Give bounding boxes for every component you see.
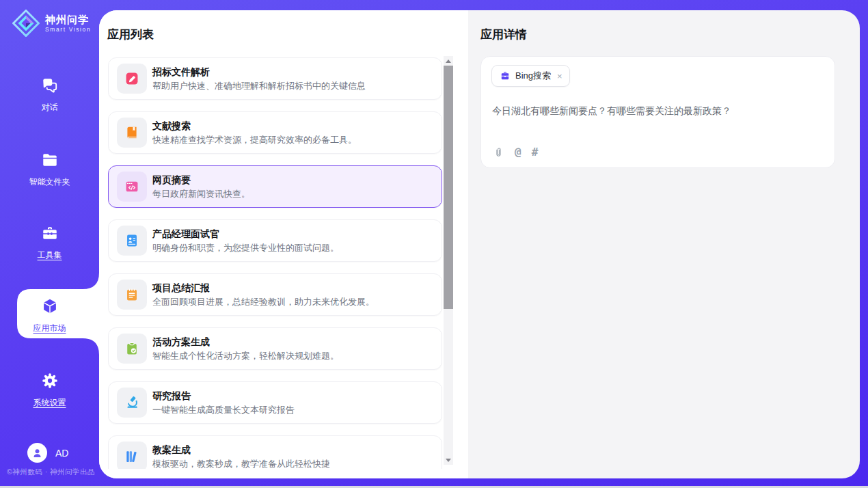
tool-chip[interactable]: Bing搜索 × xyxy=(491,65,570,87)
app-card-desc: 快速精准查找学术资源，提高研究效率的必备工具。 xyxy=(152,135,357,146)
cube-icon xyxy=(41,297,59,315)
app-card-desc: 智能生成个性化活动方案，轻松解决规划难题。 xyxy=(152,351,339,362)
sidebar-item-label: 工具集 xyxy=(0,249,99,261)
toolbox-icon xyxy=(41,224,59,242)
app-card-title: 网页摘要 xyxy=(152,174,250,186)
app-card-title: 活动方案生成 xyxy=(152,336,339,348)
sidebar-item-label: 应用市场 xyxy=(0,323,99,334)
sidebar-item-label: 智能文件夹 xyxy=(0,176,99,188)
books-icon xyxy=(117,442,147,469)
microscope-icon xyxy=(117,388,147,418)
paperclip-icon[interactable] xyxy=(492,145,504,159)
tool-chip-label: Bing搜索 xyxy=(515,70,551,82)
app-card-title: 项目总结汇报 xyxy=(152,282,375,294)
briefcase-icon xyxy=(500,70,511,81)
brand-logo: 神州问学 Smart Vision xyxy=(12,10,91,37)
at-icon[interactable]: @ xyxy=(515,146,521,159)
close-icon[interactable]: × xyxy=(557,72,562,81)
book-icon xyxy=(117,118,147,148)
sidebar-item-label: 对话 xyxy=(0,102,99,113)
app-card-desc: 每日政府新闻资讯快查。 xyxy=(152,189,250,200)
app-card[interactable]: 文献搜索快速精准查找学术资源，提高研究效率的必备工具。 xyxy=(108,111,442,154)
app-card[interactable]: 项目总结汇报全面回顾项目进展，总结经验教训，助力未来优化发展。 xyxy=(108,273,442,316)
sidebar-item-2[interactable]: 智能文件夹 xyxy=(0,151,99,188)
query-card[interactable]: Bing搜索 × 今日湖北有哪些新闻要点？有哪些需要关注的最新政策？ @ # xyxy=(480,56,835,168)
bid-edit-icon xyxy=(117,64,147,94)
app-card[interactable]: 招标文件解析帮助用户快速、准确地理解和解析招标书中的关键信息 xyxy=(108,57,442,100)
app-card-title: 产品经理面试官 xyxy=(152,228,339,240)
brand-text: 神州问学 Smart Vision xyxy=(45,14,91,33)
sidebar-item-3[interactable]: 工具集 xyxy=(0,224,99,261)
hash-icon[interactable]: # xyxy=(532,146,539,159)
app-card[interactable]: 产品经理面试官明确身份和职责，为您提供专业性的面试问题。 xyxy=(108,219,442,262)
notepad-icon xyxy=(117,280,147,310)
app-card-title: 招标文件解析 xyxy=(152,66,366,78)
app-card[interactable]: 网页摘要每日政府新闻资讯快查。 xyxy=(108,165,442,208)
sidebar-item-5[interactable]: 系统设置 xyxy=(0,372,99,409)
sidebar-item-4[interactable]: 应用市场 xyxy=(0,297,99,334)
resume-icon xyxy=(117,226,147,256)
app-card[interactable]: 活动方案生成智能生成个性化活动方案，轻松解决规划难题。 xyxy=(108,327,442,370)
brand-subtitle: Smart Vision xyxy=(45,26,91,33)
folder-icon xyxy=(41,151,59,169)
chat-icon xyxy=(41,77,59,94)
brand-logo-icon xyxy=(12,10,40,37)
clipboard-icon xyxy=(117,334,147,364)
app-card-title: 教案生成 xyxy=(152,444,330,456)
app-list-title: 应用列表 xyxy=(107,27,154,42)
scroll-up-icon[interactable] xyxy=(444,56,453,66)
app-card-desc: 帮助用户快速、准确地理解和解析招标书中的关键信息 xyxy=(152,81,366,92)
web-code-icon xyxy=(117,172,147,202)
app-list-panel: 应用列表 招标文件解析帮助用户快速、准确地理解和解析招标书中的关键信息文献搜索快… xyxy=(99,10,468,478)
avatar xyxy=(27,443,47,463)
query-text[interactable]: 今日湖北有哪些新闻要点？有哪些需要关注的最新政策？ xyxy=(492,104,824,118)
app-detail-title: 应用详情 xyxy=(480,27,527,42)
app-list: 招标文件解析帮助用户快速、准确地理解和解析招标书中的关键信息文献搜索快速精准查找… xyxy=(108,57,442,469)
app-card-desc: 全面回顾项目进展，总结经验教训，助力未来优化发展。 xyxy=(152,297,375,308)
app-card[interactable]: 教案生成模板驱动，教案秒成，教学准备从此轻松快捷 xyxy=(108,435,442,469)
sidebar-item-label: 系统设置 xyxy=(0,397,99,409)
scroll-down-icon[interactable] xyxy=(444,455,453,465)
scrollbar-thumb[interactable] xyxy=(444,66,453,309)
app-detail-panel: 应用详情 Bing搜索 × 今日湖北有哪些新闻要点？有哪些需要关注的最新政策？ … xyxy=(468,10,860,478)
app-card-title: 文献搜索 xyxy=(152,120,357,132)
app-card-title: 研究报告 xyxy=(152,390,295,402)
sidebar-item-1[interactable]: 对话 xyxy=(0,77,99,113)
app-card[interactable]: 研究报告一键智能生成高质量长文本研究报告 xyxy=(108,381,442,424)
user-profile[interactable]: AD xyxy=(27,443,68,463)
scrollbar[interactable] xyxy=(444,56,453,465)
app-card-desc: 一键智能生成高质量长文本研究报告 xyxy=(152,405,295,416)
gear-icon xyxy=(41,372,59,390)
brand-name: 神州问学 xyxy=(45,14,91,26)
main-content: 应用列表 招标文件解析帮助用户快速、准确地理解和解析招标书中的关键信息文献搜索快… xyxy=(99,10,860,478)
app-card-desc: 明确身份和职责，为您提供专业性的面试问题。 xyxy=(152,243,339,254)
sidebar: 神州问学 Smart Vision 对话智能文件夹工具集应用市场系统设置 AD … xyxy=(0,0,99,488)
copyright: ©神州数码 · 神州问学出品 xyxy=(7,467,99,477)
user-initials: AD xyxy=(55,448,68,459)
input-toolbar: @ # xyxy=(492,145,538,159)
app-card-desc: 模板驱动，教案秒成，教学准备从此轻松快捷 xyxy=(152,459,330,470)
